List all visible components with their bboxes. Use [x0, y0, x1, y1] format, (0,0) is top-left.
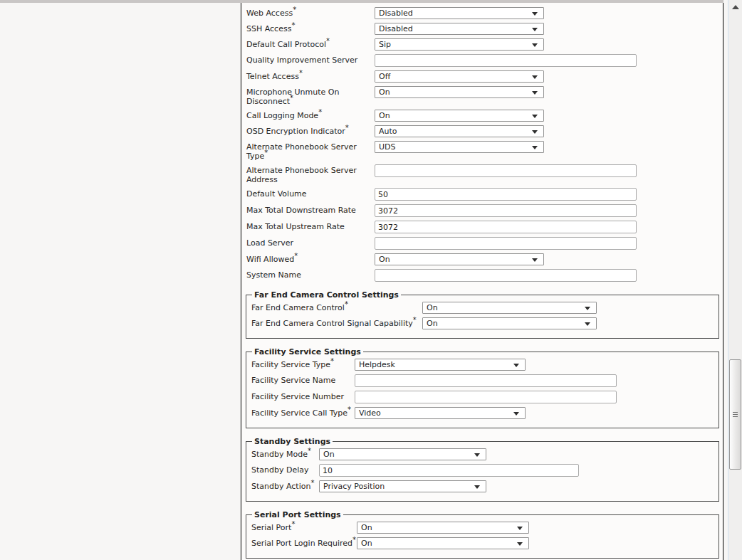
vertical-scrollbar[interactable] [728, 0, 742, 560]
section-serial: Serial Port SettingsSerial Port*OnSerial… [246, 510, 719, 559]
required-asterisk: * [352, 536, 356, 544]
field-label-far-end-camera-control: Far End Camera Control* [251, 302, 422, 312]
scrollbar-thumb[interactable] [729, 359, 741, 470]
required-asterisk: * [348, 406, 351, 413]
field-label-facility-service-number: Facility Service Number [251, 391, 355, 401]
facility-service-number-input[interactable] [355, 391, 617, 403]
thumb-grip-icon [733, 412, 738, 418]
form-row: Far End Camera Control Signal Capability… [251, 317, 719, 329]
field-label-default-call-protocol: Default Call Protocol* [246, 38, 375, 49]
content-panel: Web Access*DisabledSSH Access*DisabledDe… [241, 3, 723, 560]
required-asterisk: * [308, 447, 311, 455]
selected-value: On [357, 522, 528, 533]
facility-service-call-type-select[interactable]: Video [355, 407, 526, 419]
form-row: Load Server [241, 237, 723, 250]
far-end-camera-control-signal-capability-select[interactable]: On [422, 317, 597, 329]
system-name-input[interactable] [375, 269, 637, 282]
field-label-text: Alternate Phonebook Server Type [246, 142, 357, 161]
field-label-text: Default Call Protocol [246, 40, 326, 49]
max-total-upstream-rate-input[interactable] [375, 221, 637, 233]
form-row: Max Total Downstream Rate [241, 204, 723, 217]
facility-service-type-select[interactable]: Helpdesk [355, 359, 526, 371]
far-end-camera-control-select[interactable]: On [422, 302, 597, 314]
field-label-load-server: Load Server [246, 237, 375, 248]
field-label-facility-service-name: Facility Service Name [251, 374, 355, 385]
quality-improvement-server-input[interactable] [375, 54, 637, 67]
field-label-system-name: System Name [246, 269, 375, 280]
dropdown-arrow-icon [474, 485, 480, 489]
ssh-access-select[interactable]: Disabled [375, 23, 544, 35]
form-row: Telnet Access*Off [241, 70, 723, 83]
selected-value: Off [375, 71, 543, 82]
form-row: Alternate Phonebook Server Address [241, 164, 723, 184]
field-label-text: Far End Camera Control Signal Capability [251, 319, 413, 328]
field-label-wifi-allowed: Wifi Allowed* [246, 253, 375, 264]
dropdown-arrow-icon [532, 12, 538, 16]
default-call-protocol-select[interactable]: Sip [375, 38, 544, 51]
dropdown-arrow-icon [585, 322, 590, 326]
field-label-text: Facility Service Call Type [251, 408, 348, 418]
dropdown-arrow-icon [532, 130, 538, 134]
form-row: Quality Improvement Server [241, 54, 723, 67]
form-row: Far End Camera Control*On [251, 302, 719, 314]
microphone-unmute-on-disconnect-select[interactable]: On [375, 86, 544, 98]
field-label-text: Alternate Phonebook Server Address [246, 166, 357, 184]
load-server-input[interactable] [375, 237, 637, 250]
field-label-text: Serial Port [251, 523, 291, 532]
field-label-call-logging-mode: Call Logging Mode* [246, 110, 375, 120]
field-label-text: SSH Access [246, 24, 291, 33]
selected-value: UDS [375, 142, 543, 152]
default-volume-input[interactable] [375, 188, 637, 201]
selected-value: Video [355, 408, 525, 418]
serial-port-select[interactable]: On [357, 522, 529, 534]
alternate-phonebook-server-address-input[interactable] [375, 164, 637, 177]
dropdown-arrow-icon [532, 75, 538, 79]
call-logging-mode-select[interactable]: On [375, 110, 544, 122]
dropdown-arrow-icon [517, 527, 523, 530]
field-label-text: Standby Action [251, 482, 310, 491]
form-row: Facility Service Type*Helpdesk [251, 359, 719, 371]
field-label-osd-encryption-indicator: OSD Encryption Indicator* [246, 125, 375, 136]
form-row: Facility Service Name [251, 374, 719, 387]
required-asterisk: * [330, 357, 334, 365]
field-label-text: Wifi Allowed [246, 255, 294, 264]
form-row: Standby Action*Privacy Position [251, 480, 719, 492]
dropdown-arrow-icon [532, 43, 538, 47]
required-asterisk: * [413, 316, 417, 324]
osd-encryption-indicator-select[interactable]: Auto [375, 125, 544, 137]
field-label-max-total-downstream-rate: Max Total Downstream Rate [246, 204, 375, 215]
required-asterisk: * [345, 300, 348, 308]
serial-port-login-required-select[interactable]: On [357, 537, 529, 549]
field-label-default-volume: Default Volume [246, 188, 375, 199]
required-asterisk: * [318, 108, 322, 116]
dropdown-arrow-icon [474, 453, 480, 457]
field-label-text: Default Volume [246, 189, 307, 199]
required-asterisk: * [345, 124, 349, 132]
selected-value: Sip [375, 39, 543, 50]
field-label-text: Facility Service Name [251, 376, 335, 385]
selected-value: On [375, 254, 543, 265]
max-total-downstream-rate-input[interactable] [375, 204, 637, 217]
facility-service-name-input[interactable] [355, 374, 617, 387]
field-label-text: Quality Improvement Server [246, 56, 357, 65]
scrollbar-up-button[interactable] [728, 0, 742, 12]
standby-action-select[interactable]: Privacy Position [319, 480, 486, 492]
dropdown-arrow-icon [517, 542, 523, 546]
web-access-select[interactable]: Disabled [375, 7, 544, 19]
required-asterisk: * [291, 520, 295, 528]
section-title-standby: Standby Settings [252, 437, 333, 446]
wifi-allowed-select[interactable]: On [375, 253, 544, 265]
form-row: Facility Service Call Type*Video [251, 407, 719, 419]
standby-mode-select[interactable]: On [319, 448, 486, 460]
standby-delay-input[interactable] [319, 464, 579, 477]
alternate-phonebook-server-type-select[interactable]: UDS [375, 141, 544, 153]
telnet-access-select[interactable]: Off [375, 70, 544, 83]
field-label-text: Call Logging Mode [246, 111, 318, 120]
dropdown-arrow-icon [532, 28, 538, 31]
dropdown-arrow-icon [513, 364, 519, 367]
form-row: Default Volume [241, 188, 723, 201]
form-row: Serial Port*On [251, 522, 719, 534]
form-row: Standby Mode*On [251, 448, 719, 460]
field-label-text: Facility Service Type [251, 360, 330, 369]
field-label-text: Facility Service Number [251, 392, 344, 401]
